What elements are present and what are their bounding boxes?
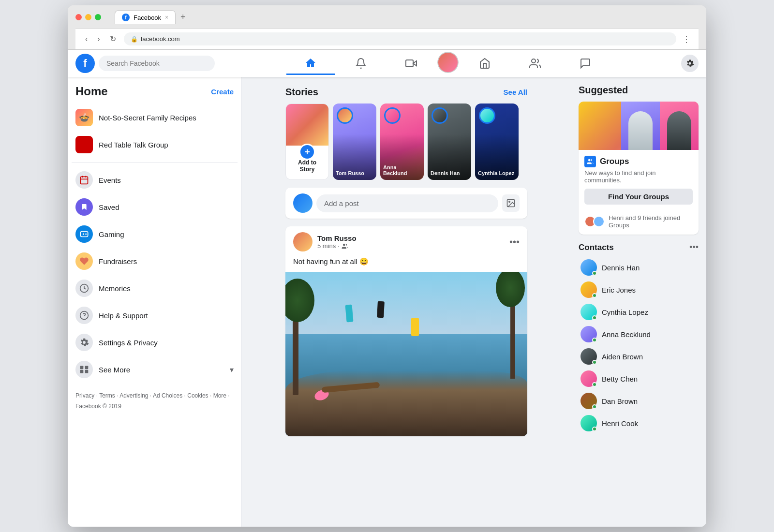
sidebar-item-gaming[interactable]: Gaming xyxy=(72,221,238,248)
rocks xyxy=(285,370,527,436)
active-tab[interactable]: f Facebook × xyxy=(115,10,176,24)
online-indicator-dan xyxy=(592,404,597,409)
banner-people xyxy=(621,102,699,150)
nav-watch-button[interactable] xyxy=(387,52,435,75)
reload-button[interactable]: ↻ xyxy=(108,32,118,45)
post-more-button[interactable]: ••• xyxy=(509,236,520,248)
svg-point-2 xyxy=(532,59,536,63)
contact-name-dennis: Dennis Han xyxy=(602,264,640,272)
person-1-body xyxy=(628,111,653,150)
sidebar-item-help[interactable]: Help & Support xyxy=(72,302,238,329)
contact-name-cynthia: Cynthia Lopez xyxy=(602,308,648,316)
right-sidebar: Suggested xyxy=(571,77,706,527)
sidebar-label-saved: Saved xyxy=(99,203,119,211)
svg-point-21 xyxy=(343,243,345,246)
story-dennis-han[interactable]: Dennis Han xyxy=(428,103,471,180)
jumper-3 xyxy=(411,318,419,336)
create-button[interactable]: Create xyxy=(211,88,234,96)
contact-betty-chen[interactable]: Betty Chen xyxy=(579,368,699,390)
maximize-traffic-light[interactable] xyxy=(95,14,101,20)
groups-header: Groups xyxy=(584,156,693,167)
sidebar-label-red-table: Red Table Talk Group xyxy=(99,141,168,149)
nav-notifications-button[interactable] xyxy=(337,52,385,75)
sidebar-item-saved[interactable]: Saved xyxy=(72,193,238,221)
nav-groups-button[interactable] xyxy=(511,52,559,75)
terms-link[interactable]: Terms xyxy=(99,392,115,399)
advertising-link[interactable]: Advertising xyxy=(119,392,148,399)
post-card: Tom Russo 5 mins · ••• Not having fun at… xyxy=(285,226,527,436)
post-image xyxy=(285,272,527,436)
online-indicator-eric xyxy=(592,293,597,298)
joined-text: Henri and 9 friends joined Groups xyxy=(609,214,693,229)
svg-rect-1 xyxy=(406,60,413,67)
url-input[interactable]: 🔒 facebook.com xyxy=(124,32,676,45)
nav-profile-button[interactable] xyxy=(437,52,459,73)
story-anna-becklund[interactable]: Anna Becklund xyxy=(380,103,424,180)
sidebar-item-events[interactable]: Events xyxy=(72,166,238,193)
contact-name-dan: Dan Brown xyxy=(602,397,638,405)
nav-messenger-button[interactable] xyxy=(561,52,610,75)
post-header: Tom Russo 5 mins · ••• xyxy=(285,226,527,257)
contact-henri-cook[interactable]: Henri Cook xyxy=(579,412,699,434)
facebook-logo: f xyxy=(75,54,95,73)
lake-scene xyxy=(285,272,527,436)
online-indicator-cynthia xyxy=(592,315,597,320)
contact-name-betty: Betty Chen xyxy=(602,375,638,383)
sidebar-title: Home xyxy=(75,85,108,98)
svg-rect-15 xyxy=(80,366,84,369)
nav-marketplace-button[interactable] xyxy=(461,52,509,75)
find-groups-button[interactable]: Find Your Groups xyxy=(584,189,693,205)
contact-anna-becklund[interactable]: Anna Becklund xyxy=(579,323,699,345)
cynthia-lopez-avatar xyxy=(479,107,495,124)
back-button[interactable]: ‹ xyxy=(83,33,89,45)
sidebar-item-see-more[interactable]: See More ▾ xyxy=(72,356,238,383)
post-author-name[interactable]: Tom Russo xyxy=(317,234,357,242)
sidebar-item-memories[interactable]: Memories xyxy=(72,275,238,302)
tab-close-button[interactable]: × xyxy=(165,14,168,21)
groups-content: Groups New ways to find and join communi… xyxy=(579,150,699,210)
browser-more-button[interactable]: ⋮ xyxy=(682,34,691,44)
contact-dan-brown[interactable]: Dan Brown xyxy=(579,390,699,412)
dennis-han-story-name: Dennis Han xyxy=(431,170,468,176)
more-link[interactable]: More xyxy=(213,392,226,399)
contact-dennis-han[interactable]: Dennis Han xyxy=(579,256,699,279)
story-cynthia-lopez[interactable]: Cynthia Lopez xyxy=(475,103,519,180)
sidebar-item-settings[interactable]: Settings & Privacy xyxy=(72,329,238,356)
sidebar-label-family-recipes: Not-So-Secret Family Recipes xyxy=(99,114,196,122)
contact-aiden-brown[interactable]: Aiden Brown xyxy=(579,345,699,368)
sidebar-item-fundraisers[interactable]: Fundraisers xyxy=(72,248,238,275)
minimize-traffic-light[interactable] xyxy=(85,14,91,20)
add-post-input[interactable]: Add a post xyxy=(316,194,498,212)
sidebar-item-red-table[interactable]: Red Table Talk Group xyxy=(72,131,238,158)
browser-titlebar: f Facebook × + ‹ › ↻ 🔒 facebook.com ⋮ xyxy=(68,5,706,50)
story-tom-russo[interactable]: Tom Russo xyxy=(333,103,376,180)
stories-see-all-button[interactable]: See All xyxy=(504,88,527,96)
close-traffic-light[interactable] xyxy=(75,14,82,20)
cookies-link[interactable]: Cookies xyxy=(187,392,208,399)
browser-controls: f Facebook × + xyxy=(75,10,699,24)
add-photo-button[interactable] xyxy=(502,194,520,212)
jumper-2 xyxy=(377,301,385,318)
contact-cynthia-lopez[interactable]: Cynthia Lopez xyxy=(579,301,699,323)
sidebar-label-fundraisers: Fundraisers xyxy=(99,257,137,266)
suggested-title: Suggested xyxy=(579,85,699,96)
contacts-more-button[interactable]: ••• xyxy=(689,242,699,252)
add-to-story-card[interactable]: + Add toStory xyxy=(285,103,329,180)
search-input[interactable] xyxy=(99,56,215,71)
groups-joined-row: Henri and 9 friends joined Groups xyxy=(579,210,699,235)
sidebar-header: Home Create xyxy=(72,85,238,104)
ad-choices-link[interactable]: Ad Choices xyxy=(153,392,182,399)
nav-home-button[interactable] xyxy=(286,52,335,75)
person-1-silhouette xyxy=(621,102,660,150)
contact-eric-jones[interactable]: Eric Jones xyxy=(579,279,699,301)
sidebar-item-family-recipes[interactable]: 🍲 Not-So-Secret Family Recipes xyxy=(72,104,238,131)
new-tab-button[interactable]: + xyxy=(179,10,188,24)
privacy-link[interactable]: Privacy xyxy=(75,392,94,399)
family-recipes-icon: 🍲 xyxy=(75,109,93,126)
svg-point-10 xyxy=(85,234,86,235)
person-2-body xyxy=(667,111,691,150)
traffic-lights xyxy=(75,14,101,20)
forward-button[interactable]: › xyxy=(95,33,102,45)
settings-button[interactable] xyxy=(681,55,699,72)
joined-avatar-2 xyxy=(593,216,605,227)
